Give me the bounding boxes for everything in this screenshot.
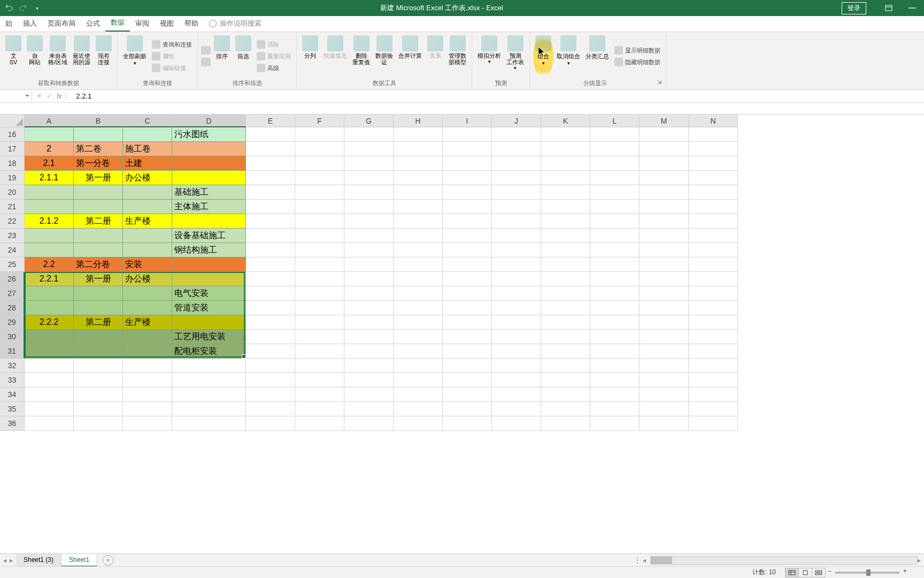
cell-I20[interactable] — [443, 185, 492, 200]
row-header-21[interactable]: 21 — [0, 200, 25, 214]
row-header-33[interactable]: 33 — [0, 373, 25, 387]
fx-icon[interactable]: fx — [57, 93, 66, 100]
cell-F18[interactable] — [295, 156, 344, 171]
cell-E21[interactable] — [246, 200, 295, 214]
row-header-28[interactable]: 28 — [0, 301, 25, 315]
minimize-button[interactable] — [900, 0, 924, 16]
cell-E20[interactable] — [246, 185, 295, 200]
cell-E33[interactable] — [246, 373, 295, 387]
cell-B30[interactable] — [74, 330, 123, 344]
cell-K33[interactable] — [541, 373, 590, 387]
sort-asc-icon[interactable] — [201, 46, 211, 55]
cell-I23[interactable] — [443, 229, 492, 243]
cell-C24[interactable] — [123, 243, 172, 257]
cell-J19[interactable] — [492, 171, 541, 185]
cell-H21[interactable] — [394, 200, 443, 214]
ribbon-tab-0[interactable]: 始 — [0, 16, 18, 32]
cell-H34[interactable] — [394, 387, 443, 402]
cell-H28[interactable] — [394, 301, 443, 315]
cell-G33[interactable] — [344, 373, 394, 387]
cell-C20[interactable] — [123, 185, 172, 200]
cell-D19[interactable] — [172, 171, 246, 185]
cell-K25[interactable] — [541, 257, 590, 272]
g5-btn-0[interactable]: 模拟分析▾ — [475, 34, 503, 78]
ungroup-button[interactable]: 取消组合▾ — [555, 34, 582, 78]
cell-D31[interactable]: 配电柜安装 — [172, 344, 246, 359]
g4-btn-6[interactable]: 管理数 据模型 — [446, 34, 468, 78]
cell-C31[interactable] — [123, 344, 172, 359]
cell-F17[interactable] — [295, 142, 344, 156]
cell-N21[interactable] — [689, 200, 738, 214]
sheet-next-icon[interactable]: ▸ — [10, 557, 13, 564]
cell-K34[interactable] — [541, 387, 590, 402]
cell-H18[interactable] — [394, 156, 443, 171]
cell-B34[interactable] — [74, 387, 123, 402]
g4-btn-2[interactable]: 删除 重复值 — [350, 34, 372, 78]
column-headers[interactable]: ABCDEFGHIJKLMN — [25, 115, 924, 127]
sheet-tab-0[interactable]: Sheet1 (3) — [16, 554, 61, 567]
cell-N20[interactable] — [689, 185, 738, 200]
cell-N28[interactable] — [689, 301, 738, 315]
cell-E16[interactable] — [246, 127, 295, 142]
cell-F20[interactable] — [295, 185, 344, 200]
cell-G19[interactable] — [344, 171, 394, 185]
cell-C34[interactable] — [123, 387, 172, 402]
cell-J30[interactable] — [492, 330, 541, 344]
cell-F28[interactable] — [295, 301, 344, 315]
cell-D27[interactable]: 电气安装 — [172, 286, 246, 301]
name-box[interactable] — [0, 90, 32, 102]
row-header-29[interactable]: 29 — [0, 315, 25, 330]
cell-E35[interactable] — [246, 402, 295, 416]
cell-I33[interactable] — [443, 373, 492, 387]
col-header-G[interactable]: G — [344, 115, 394, 127]
filter-button[interactable]: 筛选 — [233, 34, 253, 78]
cell-C18[interactable]: 土建 — [123, 156, 172, 171]
col-header-B[interactable]: B — [74, 115, 123, 127]
ribbon-tab-6[interactable]: 视图 — [155, 16, 179, 32]
cell-N27[interactable] — [689, 286, 738, 301]
page-break-view-button[interactable] — [812, 568, 826, 577]
cell-G31[interactable] — [344, 344, 394, 359]
cell-K31[interactable] — [541, 344, 590, 359]
cell-I19[interactable] — [443, 171, 492, 185]
scroll-right-icon[interactable]: ▸ — [918, 557, 921, 564]
cell-H29[interactable] — [394, 315, 443, 330]
row-header-18[interactable]: 18 — [0, 156, 25, 171]
cell-B33[interactable] — [74, 373, 123, 387]
cell-C22[interactable]: 生产楼 — [123, 214, 172, 229]
cell-N31[interactable] — [689, 344, 738, 359]
cell-N22[interactable] — [689, 214, 738, 229]
cell-K22[interactable] — [541, 214, 590, 229]
cell-L17[interactable] — [590, 142, 640, 156]
g3-side-2[interactable]: 高级 — [255, 63, 293, 73]
cell-F24[interactable] — [295, 243, 344, 257]
cell-M19[interactable] — [640, 171, 689, 185]
cell-A34[interactable] — [25, 387, 74, 402]
cell-N33[interactable] — [689, 373, 738, 387]
cell-B19[interactable]: 第一册 — [74, 171, 123, 185]
cell-I22[interactable] — [443, 214, 492, 229]
g6-side-0[interactable]: 显示明细数据 — [612, 45, 663, 56]
ribbon-tab-3[interactable]: 公式 — [81, 16, 105, 32]
cell-E23[interactable] — [246, 229, 295, 243]
cell-A25[interactable]: 2.2 — [25, 257, 74, 272]
cell-E29[interactable] — [246, 315, 295, 330]
cell-H23[interactable] — [394, 229, 443, 243]
cell-I31[interactable] — [443, 344, 492, 359]
cell-H33[interactable] — [394, 373, 443, 387]
cell-E24[interactable] — [246, 243, 295, 257]
cell-G36[interactable] — [344, 416, 394, 431]
cell-M18[interactable] — [640, 156, 689, 171]
cell-M16[interactable] — [640, 127, 689, 142]
qat-dropdown-icon[interactable]: ▾ — [32, 3, 42, 13]
cell-K21[interactable] — [541, 200, 590, 214]
cell-F27[interactable] — [295, 286, 344, 301]
cell-M35[interactable] — [640, 402, 689, 416]
cell-B35[interactable] — [74, 402, 123, 416]
cell-A31[interactable] — [25, 344, 74, 359]
cell-K29[interactable] — [541, 315, 590, 330]
cell-J28[interactable] — [492, 301, 541, 315]
cell-M24[interactable] — [640, 243, 689, 257]
cell-H36[interactable] — [394, 416, 443, 431]
cell-M36[interactable] — [640, 416, 689, 431]
